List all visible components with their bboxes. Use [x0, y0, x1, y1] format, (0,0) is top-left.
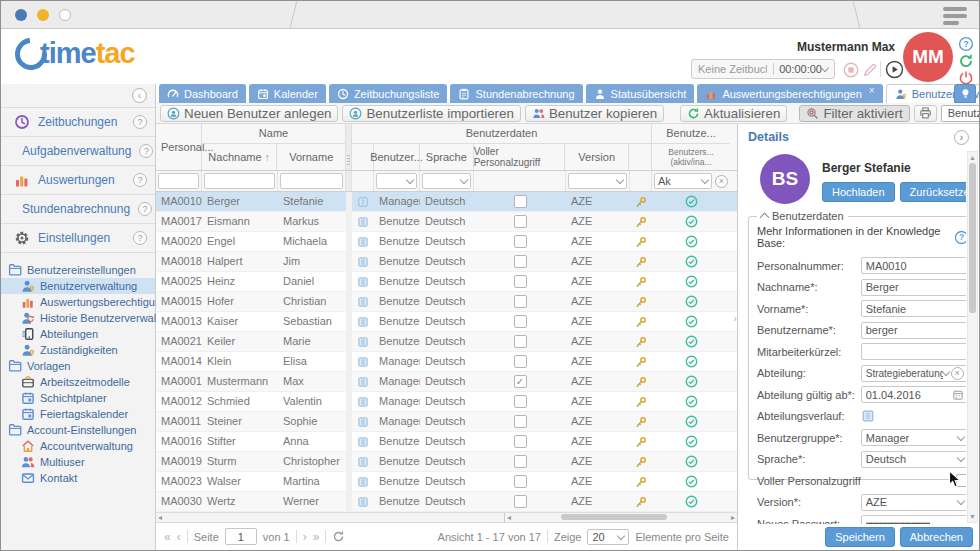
tree-item-feiertagskalender[interactable]: Feiertagskalender: [1, 406, 155, 422]
tree-item-account-einstellungen[interactable]: Account-Einstellungen: [1, 422, 155, 438]
sidebar-item-zeitbuchungen[interactable]: Zeitbuchungen?: [1, 108, 155, 137]
upload-button[interactable]: Hochladen: [822, 182, 895, 202]
voller-personalzugriff-checkbox[interactable]: [514, 315, 527, 328]
tree-item-schichtplaner[interactable]: Schichtplaner: [1, 390, 155, 406]
window-dot-yellow[interactable]: [37, 9, 49, 21]
close-icon[interactable]: ×: [869, 85, 875, 96]
tree-item-benutzereinstellungen[interactable]: Benutzereinstellungen: [1, 262, 155, 278]
tree-item-abteilungen[interactable]: Abteilungen: [1, 326, 155, 342]
hamburger-menu-icon[interactable]: [943, 7, 967, 28]
window-dot-blue[interactable]: [15, 9, 27, 21]
filter-active-button[interactable]: Filter aktiviert: [799, 105, 909, 122]
print-button[interactable]: [914, 105, 937, 122]
table-row-ma0016[interactable]: MA0016StifterAnnaBenutzerDeutschAZE: [156, 432, 737, 452]
voller-personalzugriff-checkbox[interactable]: [514, 395, 527, 408]
voller-personalzugriff-checkbox[interactable]: [514, 275, 527, 288]
mitarbeiterkürzel-input[interactable]: [861, 343, 966, 360]
page-number-input[interactable]: [225, 528, 257, 545]
sidebar-item-einstellungen[interactable]: Einstellungen?: [1, 224, 155, 253]
tree-item-arbeitszeitmodelle[interactable]: Arbeitszeitmodelle: [1, 374, 155, 390]
voller-personalzugriff-checkbox[interactable]: [514, 435, 527, 448]
voller-personalzugriff-checkbox[interactable]: [514, 235, 527, 248]
filter-vorname-input[interactable]: [280, 173, 343, 189]
table-row-ma0010[interactable]: MA0010BergerStefanieManagerDeutschAZE: [156, 192, 737, 212]
table-row-ma0017[interactable]: MA0017EismannMarkusBenutzerDeutschAZE: [156, 212, 737, 232]
stop-timer-icon[interactable]: [843, 62, 859, 78]
voller-personalzugriff-checkbox[interactable]: ✓: [514, 375, 527, 388]
filter-benutzergruppe-select[interactable]: [376, 173, 417, 189]
voller-personalzugriff-checkbox[interactable]: [514, 255, 527, 268]
tab-statusübersicht[interactable]: Statusübersicht: [586, 84, 695, 103]
help-icon[interactable]: ?: [139, 144, 153, 158]
tab-auswertungsberechtigungen[interactable]: Auswertungsberechtigungen×: [697, 84, 882, 103]
voller-personalzugriff-checkbox[interactable]: [514, 355, 527, 368]
chevron-down-icon[interactable]: [821, 64, 829, 72]
tab-dashboard[interactable]: Dashboard: [159, 84, 246, 103]
column-voller-personalzugriff[interactable]: Voller Personalzugriff: [474, 144, 566, 170]
tab-zeitbuchungsliste[interactable]: Zeitbuchungsliste: [329, 84, 448, 103]
tree-item-historie-benutzerverwaltung[interactable]: Historie Benutzerverwaltung: [1, 310, 155, 326]
table-row-ma0014[interactable]: MA0014KleinElisaManagerDeutschAZE: [156, 352, 737, 372]
table-row-ma0012[interactable]: MA0012SchmiedValentinManagerDeutschAZE: [156, 392, 737, 412]
page-size-select[interactable]: 20: [587, 529, 629, 545]
first-page-button[interactable]: «: [164, 530, 171, 544]
vertical-scrollbar[interactable]: ▲▼: [967, 151, 978, 523]
nachname-input[interactable]: Berger: [861, 279, 966, 296]
benutzername-input[interactable]: berger: [861, 322, 966, 339]
benutzerliste-importieren-button[interactable]: Benutzerliste importieren: [342, 105, 520, 122]
benutzergruppe-select[interactable]: Manager: [861, 429, 966, 446]
neuen-benutzer-anlegen-button[interactable]: Neuen Benutzer anlegen: [160, 105, 338, 122]
voller-personalzugriff-checkbox[interactable]: [514, 415, 527, 428]
table-row-ma0001[interactable]: MA0001MustermannMaxManagerDeutsch✓AZE: [156, 372, 737, 392]
table-row-ma0015[interactable]: MA0015HoferChristianBenutzerDeutschAZE: [156, 292, 737, 312]
calendar-icon[interactable]: [952, 389, 964, 401]
save-button[interactable]: Speichern: [825, 527, 895, 547]
reload-icon[interactable]: [958, 53, 974, 69]
abteilungsverlauf-button[interactable]: [861, 409, 875, 423]
tree-item-benutzerverwaltung[interactable]: Benutzerverwaltung: [1, 278, 155, 294]
benutzer-kopieren-button[interactable]: Benutzer kopieren: [525, 105, 664, 122]
details-collapse-icon[interactable]: ›: [954, 130, 969, 145]
cancel-button[interactable]: Abbrechen: [900, 527, 973, 547]
version-select[interactable]: AZE: [861, 494, 966, 511]
voller-personalzugriff-checkbox[interactable]: [514, 335, 527, 348]
table-row-ma0011[interactable]: MA0011SteinerSophieManagerDeutschAZE: [156, 412, 737, 432]
window-dot-white[interactable]: [59, 9, 71, 21]
tree-item-zuständigkeiten[interactable]: Zuständigkeiten: [1, 342, 155, 358]
sidebar-item-auswertungen[interactable]: Auswertungen?: [1, 166, 155, 195]
column-version[interactable]: Version: [565, 144, 629, 170]
clear-icon[interactable]: ×: [951, 367, 964, 380]
column-nachname[interactable]: Nachname ↑: [202, 144, 277, 170]
current-user-name[interactable]: Mustermann Max: [797, 40, 895, 54]
filter-sprache-select[interactable]: [422, 173, 471, 189]
clear-filter-icon[interactable]: ×: [715, 175, 728, 188]
time-tracking-widget[interactable]: Keine Zeitbuchung ... 00:00:00: [691, 59, 835, 79]
filter-nachname-input[interactable]: [204, 173, 275, 189]
help-icon[interactable]: ?: [138, 202, 152, 216]
vorname-input[interactable]: Stefanie: [861, 300, 966, 317]
tree-item-multiuser[interactable]: Multiuser: [1, 454, 155, 470]
next-page-button[interactable]: ›: [303, 530, 307, 544]
tree-item-vorlagen[interactable]: Vorlagen: [1, 358, 155, 374]
scrollbar-thumb[interactable]: [561, 514, 667, 520]
table-row-ma0023[interactable]: MA0023WalserMartinaBenutzerDeutschAZE: [156, 472, 737, 492]
column-splitter[interactable]: [346, 124, 352, 170]
voller-personalzugriff-checkbox[interactable]: [514, 495, 527, 508]
filter-status-select[interactable]: Ak: [654, 173, 712, 189]
tree-item-kontakt[interactable]: Kontakt: [1, 470, 155, 486]
table-row-ma0025[interactable]: MA0025HeinzDanielBenutzerDeutschAZE: [156, 272, 737, 292]
sprache-select[interactable]: Deutsch: [861, 451, 966, 468]
prev-page-button[interactable]: ‹: [177, 530, 181, 544]
panel-expander-icon[interactable]: ›: [733, 312, 737, 324]
user-avatar[interactable]: MM: [903, 32, 953, 82]
scrollbar-thumb[interactable]: [969, 163, 976, 313]
last-page-button[interactable]: »: [313, 530, 320, 544]
abteilung-select[interactable]: Strategieberatung×: [861, 365, 966, 382]
voller-personalzugriff-checkbox[interactable]: [514, 455, 527, 468]
collapse-section-icon[interactable]: [760, 213, 770, 223]
sidebar-item-aufgabenverwaltung[interactable]: Aufgabenverwaltung?: [1, 137, 155, 166]
abteilung-gültig-ab-input[interactable]: 01.04.2016: [861, 386, 966, 403]
sidebar-collapse-icon[interactable]: ‹: [132, 88, 147, 103]
table-row-ma0018[interactable]: MA0018HalpertJimBenutzerDeutschAZE: [156, 252, 737, 272]
help-icon[interactable]: ?: [954, 230, 966, 245]
